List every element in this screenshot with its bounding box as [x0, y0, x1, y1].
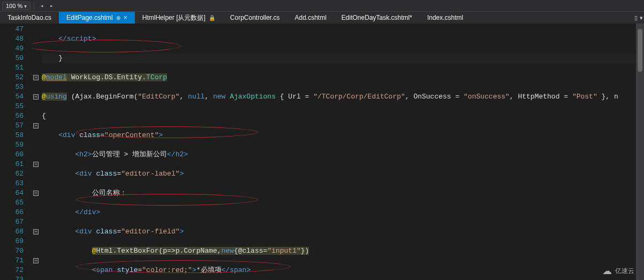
tab-label: CorpController.cs — [230, 14, 280, 21]
tab-htmlhelper[interactable]: HtmlHelper [从元数据] 🔒 — [135, 12, 223, 24]
nav-forward-icon[interactable]: ▸ — [47, 2, 56, 10]
tab-editpage[interactable]: EditPage.cshtml ⊕ × — [59, 12, 135, 24]
tab-index[interactable]: Index.cshtml — [420, 12, 471, 24]
line-number: 57 — [0, 121, 24, 131]
tab-label: Index.cshtml — [427, 14, 463, 21]
scrollbar-thumb[interactable] — [638, 29, 642, 72]
line-number: 66 — [0, 208, 24, 217]
zoom-toolbar: 100 % ▾ ◂ ▸ — [0, 0, 644, 12]
code-line: @model WorkLog.DS.Entity.TCorp — [42, 73, 644, 82]
tab-label: HtmlHelper [从元数据] — [142, 13, 206, 22]
tab-label: TaskInfoDao.cs — [7, 14, 51, 21]
tab-label: Add.cshtml — [295, 14, 327, 21]
line-number: 65 — [0, 198, 24, 208]
line-number: 70 — [0, 246, 24, 256]
chevron-down-icon: ▾ — [24, 3, 27, 9]
code-line: } — [42, 54, 644, 63]
zoom-value: 100 % — [6, 3, 22, 9]
tab-taskinfodao[interactable]: TaskInfoDao.cs — [0, 12, 59, 24]
line-number: 69 — [0, 237, 24, 246]
code-line: 公司名称： — [42, 188, 644, 198]
line-number: 64 — [0, 188, 24, 198]
code-line: </div> — [42, 208, 644, 217]
code-line: { — [42, 111, 644, 121]
vertical-scrollbar[interactable] — [636, 24, 644, 280]
code-line: </script> — [42, 34, 644, 44]
line-number: 50 — [0, 54, 24, 63]
line-number: 54 — [0, 92, 24, 102]
line-number: 58 — [0, 131, 24, 140]
line-number: 55 — [0, 102, 24, 111]
code-editor[interactable]: 47 48 49 50 51 52 53 54 55 56 57 58 59 6… — [0, 24, 644, 280]
chevron-down-icon[interactable]: ▾ — [640, 14, 643, 21]
watermark-text: 亿速云 — [615, 267, 634, 276]
line-number: 61 — [0, 160, 24, 169]
code-area[interactable]: </script> } @model WorkLog.DS.Entity.TCo… — [32, 24, 644, 280]
tab-add[interactable]: Add.cshtml — [287, 12, 334, 24]
line-number: 73 — [0, 275, 24, 280]
line-number: 62 — [0, 169, 24, 179]
tab-corpcontroller[interactable]: CorpController.cs — [223, 12, 287, 24]
line-number: 56 — [0, 111, 24, 121]
tab-label: EditOneDayTask.cshtml* — [342, 14, 412, 21]
line-number: 67 — [0, 217, 24, 227]
line-number: 49 — [0, 44, 24, 54]
code-line: @Html.TextBoxFor(p=>p.CorpName,new{@clas… — [42, 246, 644, 256]
watermark: ☁ 亿速云 — [602, 265, 634, 277]
toolbar-separator — [34, 2, 34, 10]
line-gutter: 47 48 49 50 51 52 53 54 55 56 57 58 59 6… — [0, 24, 32, 280]
code-line: <div class="operContent"> — [42, 131, 644, 140]
line-number: 71 — [0, 256, 24, 266]
pin-icon[interactable]: ⊕ — [116, 15, 120, 21]
tab-editonedaytask[interactable]: EditOneDayTask.cshtml* — [334, 12, 420, 24]
line-number: 52 — [0, 73, 24, 82]
split-window-icon[interactable]: ▯ — [634, 14, 638, 21]
nav-back-icon[interactable]: ◂ — [37, 2, 46, 10]
line-number: 47 — [0, 25, 24, 34]
code-line: <div class="editor-label"> — [42, 169, 644, 179]
line-number: 72 — [0, 266, 24, 275]
lock-icon: 🔒 — [209, 15, 215, 21]
code-line: <h2>公司管理 > 增加新公司</h2> — [42, 150, 644, 160]
code-line: <span style="color:red;">*必填项</span> — [42, 266, 644, 275]
line-number: 48 — [0, 34, 24, 44]
tab-label: EditPage.cshtml — [66, 14, 113, 21]
document-tabbar: TaskInfoDao.cs EditPage.cshtml ⊕ × HtmlH… — [0, 12, 644, 24]
line-number: 59 — [0, 140, 24, 150]
code-line: <div class="editor-field"> — [42, 227, 644, 237]
line-number: 53 — [0, 82, 24, 92]
close-icon[interactable]: × — [124, 14, 127, 21]
line-number: 63 — [0, 179, 24, 188]
line-number: 68 — [0, 227, 24, 237]
zoom-combo[interactable]: 100 % ▾ — [2, 2, 31, 10]
line-number: 51 — [0, 63, 24, 73]
code-line: @using (Ajax.BeginForm("EditCorp", null,… — [42, 92, 644, 102]
line-number: 60 — [0, 150, 24, 160]
tabbar-overflow[interactable]: ▯ ▾ — [634, 12, 643, 24]
cloud-icon: ☁ — [602, 265, 612, 277]
